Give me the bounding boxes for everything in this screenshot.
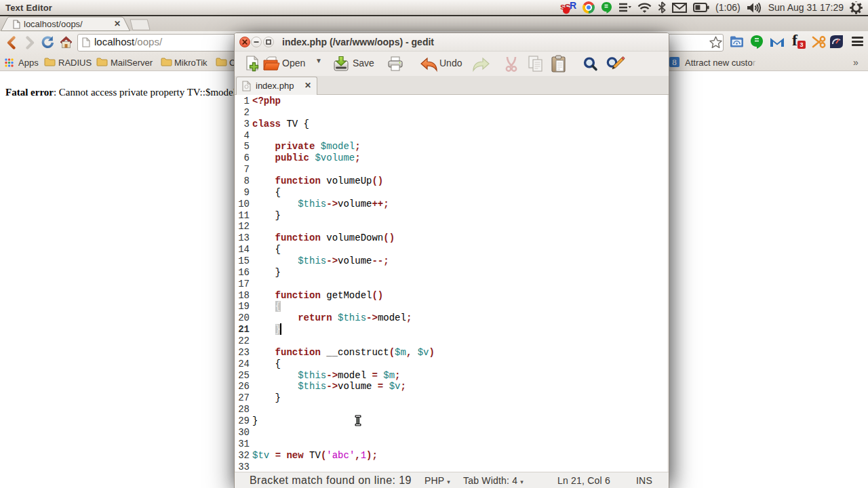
svg-text:R: R <box>570 1 576 11</box>
